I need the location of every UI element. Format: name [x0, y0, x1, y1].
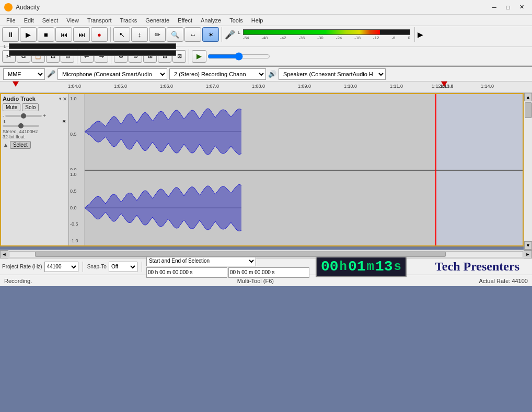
- selection-end-input[interactable]: [228, 267, 309, 278]
- selection-area: Start and End of Selection: [146, 256, 309, 278]
- transport-toolbar: ⏸ ▶ ■ ⏮ ⏭ ● ↖ ↕ ✏ 🔍 ↔ ✶ 🎤 L -54 -48 -42: [0, 26, 532, 47]
- track-name: Audio Track: [3, 96, 36, 102]
- waveform-area[interactable]: 1.0 0.5 0.0 -0.5 -1.0: [69, 94, 523, 245]
- menu-effect[interactable]: Effect: [174, 16, 196, 25]
- play-button[interactable]: ▶: [20, 27, 37, 42]
- time-s-label: s: [394, 260, 401, 274]
- ruler-mark-2: 1:06.0: [160, 84, 173, 89]
- maximize-button[interactable]: □: [502, 2, 514, 13]
- toolbar-area: ⏸ ▶ ■ ⏮ ⏭ ● ↖ ↕ ✏ 🔍 ↔ ✶ 🎤 L -54 -48 -42: [0, 26, 532, 67]
- input-device-select[interactable]: Microphone (Conexant SmartAudio: [57, 68, 167, 80]
- menu-select[interactable]: Select: [38, 16, 63, 25]
- branding: Tech Presenters: [435, 260, 530, 274]
- pan-slider[interactable]: [3, 125, 39, 127]
- time-ruler: 1:04.0 1:05.0 1:06.0 1:07.0 1:08.0 1:09.…: [0, 81, 532, 93]
- channels-select[interactable]: 2 (Stereo) Recording Chann: [169, 68, 266, 80]
- ruler-mark-0: 1:04.0: [68, 84, 81, 89]
- time-minutes: 01: [348, 260, 366, 274]
- selection-start-input[interactable]: [146, 267, 227, 278]
- scroll-up-button[interactable]: ▲: [524, 93, 532, 101]
- scroll-down-button[interactable]: ▼: [524, 241, 532, 250]
- waveform-bottom-svg: [85, 171, 241, 245]
- y2-neg-0-5: -0.5: [70, 221, 83, 227]
- pan-r-label: R: [63, 119, 66, 124]
- play-speed-button[interactable]: ▶: [192, 50, 206, 63]
- play-meter-icon[interactable]: ▶: [418, 30, 423, 39]
- y2-1-0: 1.0: [70, 172, 83, 177]
- collapse-icon[interactable]: ▲: [3, 142, 9, 149]
- menu-file[interactable]: File: [2, 16, 20, 25]
- draw-tool-button[interactable]: ✏: [149, 27, 166, 42]
- empty-track-area: [0, 246, 524, 250]
- ruler-mark-10: 1:14.0: [481, 84, 494, 89]
- skip-start-button[interactable]: ⏮: [55, 27, 72, 42]
- speed-slider[interactable]: [207, 53, 270, 60]
- menu-analyze[interactable]: Analyze: [196, 16, 225, 25]
- vu-l-label: L: [238, 30, 242, 35]
- menu-view[interactable]: View: [62, 16, 83, 25]
- y2-0-5: 0.5: [70, 189, 83, 194]
- mute-button[interactable]: Mute: [3, 103, 20, 111]
- scroll-thumb[interactable]: [525, 102, 532, 118]
- time-m-label: m: [367, 260, 374, 274]
- menu-generate[interactable]: Generate: [141, 16, 174, 25]
- y2-neg-1-0: -1.0: [70, 238, 83, 243]
- record-button[interactable]: ●: [91, 27, 108, 42]
- bottom-sep1: [83, 262, 83, 272]
- v-scrollbar: ▲ ▼: [524, 93, 532, 250]
- vu-pb-l-meter: [9, 43, 176, 49]
- mic-icon[interactable]: 🎤: [225, 30, 235, 40]
- menu-help[interactable]: Help: [247, 16, 268, 25]
- vu-pb-l-label: L: [4, 44, 8, 49]
- snap-to-select[interactable]: Off: [109, 262, 137, 272]
- track-dropdown-icon[interactable]: ▾: [59, 96, 62, 102]
- zoom-tool-button[interactable]: 🔍: [167, 27, 183, 42]
- status-rate: Actual Rate: 44100: [479, 278, 528, 284]
- time-seconds: 13: [375, 260, 393, 274]
- gain-plus-icon: +: [43, 113, 46, 119]
- select-tool-button[interactable]: ↖: [113, 27, 130, 42]
- app-title: Audacity: [16, 4, 488, 11]
- menu-tracks[interactable]: Tracks: [116, 16, 142, 25]
- y-1-0: 1.0: [70, 96, 83, 101]
- h-scroll-right-button[interactable]: ►: [524, 250, 532, 258]
- ruler-mark-3: 1:07.0: [206, 84, 219, 89]
- pause-button[interactable]: ⏸: [2, 27, 19, 42]
- waveform-top-svg: [85, 94, 241, 170]
- speaker-device-icon: 🔊: [268, 70, 276, 78]
- h-scroll-thumb[interactable]: [35, 252, 446, 257]
- toolbar-separator3: [414, 27, 415, 42]
- menu-tools[interactable]: Tools: [225, 16, 247, 25]
- y-axis-bottom: 1.0 0.5 0.0 -0.5 -1.0: [69, 170, 85, 245]
- track-container: Audio Track ▾ ✕ Mute Solo - + L: [0, 93, 524, 250]
- solo-button[interactable]: Solo: [22, 103, 39, 111]
- toolbar-separator2: [222, 27, 222, 42]
- selection-inputs: [146, 267, 309, 278]
- envelope-tool-button[interactable]: ↕: [131, 27, 148, 42]
- output-device-select[interactable]: Speakers (Conexant SmartAudio H: [279, 68, 386, 80]
- multi-tool-button[interactable]: ✶: [202, 27, 219, 42]
- track-close-icon[interactable]: ✕: [63, 96, 67, 102]
- track-header: Audio Track ▾ ✕ Mute Solo - + L: [1, 94, 69, 245]
- time-display: 00 h 01 m 13 s: [316, 256, 407, 277]
- skip-end-button[interactable]: ⏭: [73, 27, 90, 42]
- h-scroll-left-button[interactable]: ◄: [0, 250, 8, 258]
- project-rate-select[interactable]: 44100: [44, 262, 78, 272]
- select-track-button[interactable]: Select: [10, 141, 31, 149]
- menu-transport[interactable]: Transport: [83, 16, 116, 25]
- stop-button[interactable]: ■: [38, 27, 54, 42]
- project-rate-label: Project Rate (Hz): [2, 264, 42, 269]
- vu-l-row: L: [238, 29, 410, 36]
- h-scrollbar: ◄ ►: [0, 250, 532, 258]
- audio-api-select[interactable]: MME: [3, 68, 45, 80]
- audio-track: Audio Track ▾ ✕ Mute Solo - + L: [0, 93, 524, 246]
- close-button[interactable]: ✕: [515, 2, 528, 13]
- menu-edit[interactable]: Edit: [20, 16, 38, 25]
- selection-format-select[interactable]: Start and End of Selection: [146, 256, 256, 266]
- status-recording: Recording.: [4, 278, 32, 284]
- time-h-label: h: [340, 260, 347, 274]
- minimize-button[interactable]: ─: [488, 2, 501, 13]
- gain-slider[interactable]: [5, 115, 42, 117]
- ruler-mark-7: 1:11.0: [390, 84, 403, 89]
- timeshift-tool-button[interactable]: ↔: [184, 27, 201, 42]
